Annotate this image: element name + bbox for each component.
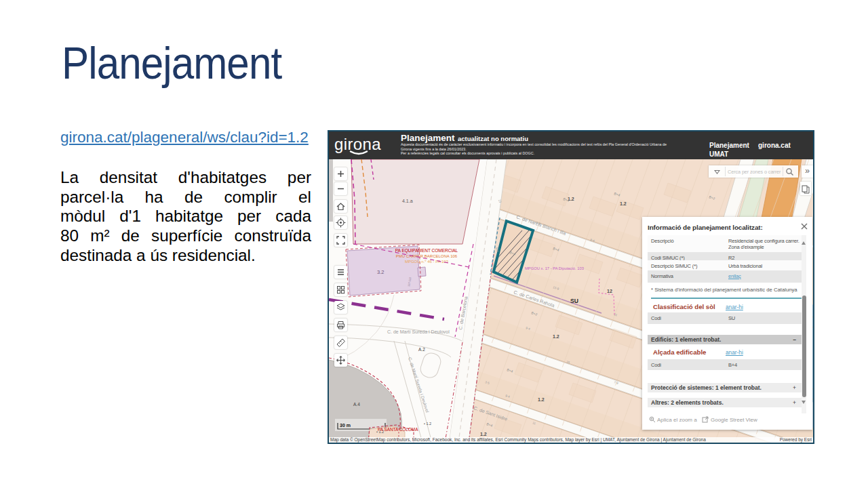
svg-text:A.4: A.4 [353,402,360,407]
svg-text:PA EQUIPAMENT COMERCIAL: PA EQUIPAMENT COMERCIAL [395,248,458,253]
svg-text:PA SANTA COLOMA: PA SANTA COLOMA [378,427,418,432]
svg-text:12: 12 [607,289,612,293]
svg-text:girona: girona [334,135,381,153]
svg-text:MPGOU x. 17 - PA Diputació. 10: MPGOU x. 17 - PA Diputació. 103 [525,266,584,270]
svg-text:30 m: 30 m [340,423,351,428]
svg-text:3.2: 3.2 [377,269,384,275]
svg-text:C. de Martí Sureda i Deulovol: C. de Martí Sureda i Deulovol [387,329,450,334]
svg-text:1.2: 1.2 [553,334,559,339]
svg-text:1.2: 1.2 [538,397,545,402]
svg-text:1.2: 1.2 [620,201,627,206]
svg-text:• 1.2: • 1.2 [424,422,431,426]
svg-text:4.1.a: 4.1.a [402,199,413,203]
svg-text:MPGOU n.º 46 - PA 103: MPGOU n.º 46 - PA 103 [405,260,449,264]
svg-text:A.2: A.2 [418,347,425,352]
svg-text:SU: SU [570,298,578,304]
svg-text:1.2: 1.2 [480,432,487,436]
